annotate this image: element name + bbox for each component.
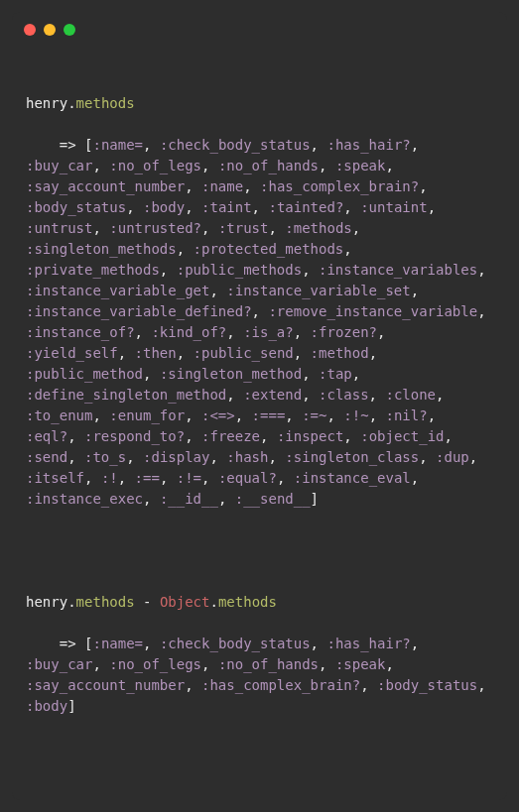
terminal-content: henry.methods => [:name=, :check_body_st…	[12, 44, 507, 752]
symbol: :to_enum	[26, 407, 92, 423]
comma: ,	[343, 199, 360, 215]
expression-1: henry.methods	[26, 93, 493, 114]
comma: ,	[185, 407, 201, 423]
symbol: :public_method	[26, 366, 143, 382]
symbol: :itself	[26, 470, 84, 486]
symbol: :freeze	[201, 428, 260, 444]
comma: ,	[160, 262, 177, 278]
comma: ,	[419, 449, 436, 465]
comma: ,	[294, 324, 311, 340]
symbol: :instance_exec	[26, 491, 143, 507]
symbol: :!~	[343, 407, 368, 423]
comma: ,	[277, 470, 294, 486]
symbol: :trust	[218, 220, 269, 236]
comma: ,	[226, 387, 243, 403]
output-2: => [:name=, :check_body_status, :has_hai…	[26, 636, 494, 714]
bracket-close: ]	[311, 491, 319, 507]
symbol: :no_of_legs	[109, 656, 201, 672]
comma: ,	[185, 428, 201, 444]
comma: ,	[185, 178, 201, 194]
symbol: :untaint	[360, 199, 427, 215]
symbol: :enum_for	[109, 407, 185, 423]
symbol: :taint	[201, 199, 252, 215]
comma: ,	[411, 636, 428, 651]
symbol: :__id__	[160, 491, 218, 507]
comma: ,	[436, 387, 453, 403]
symbol: :body	[26, 698, 67, 714]
comma: ,	[445, 428, 461, 444]
method-call: methods	[76, 95, 135, 111]
comma: ,	[343, 241, 360, 257]
comma: ,	[385, 656, 402, 672]
symbol: :==	[135, 470, 160, 486]
symbol: :private_methods	[26, 262, 160, 278]
symbol: :body_status	[377, 677, 477, 693]
symbol: :speak	[335, 158, 386, 174]
symbol: :no_of_legs	[109, 158, 201, 174]
symbol: :define_singleton_method	[26, 387, 226, 403]
symbol: :singleton_method	[160, 366, 302, 382]
comma: ,	[311, 636, 327, 651]
symbol: :kind_of?	[151, 324, 226, 340]
symbol: :has_complex_brain?	[260, 178, 419, 194]
comma: ,	[260, 428, 277, 444]
symbol: :then	[135, 345, 177, 361]
comma: ,	[319, 656, 335, 672]
symbol: :=~	[302, 407, 326, 423]
symbol: :untrust	[26, 220, 92, 236]
symbol: :remove_instance_variable	[268, 303, 477, 319]
minimize-icon[interactable]	[44, 24, 56, 36]
comma: ,	[352, 366, 369, 382]
comma: ,	[428, 407, 445, 423]
dot: .	[67, 95, 75, 111]
symbol: :to_s	[84, 449, 126, 465]
dot: .	[209, 594, 217, 610]
symbol: :tap	[319, 366, 352, 382]
symbol: :tainted?	[268, 199, 343, 215]
comma: ,	[143, 636, 160, 651]
symbol: :body_status	[26, 199, 126, 215]
comma: ,	[411, 470, 428, 486]
symbol: :no_of_hands	[218, 656, 319, 672]
symbol: :say_account_number	[26, 178, 185, 194]
symbol: :object_id	[360, 428, 444, 444]
comma: ,	[469, 449, 486, 465]
symbol: :singleton_methods	[26, 241, 177, 257]
symbol: :name=	[92, 137, 143, 153]
receiver: henry	[26, 594, 67, 610]
symbol: :public_send	[194, 345, 294, 361]
comma: ,	[92, 220, 109, 236]
comma: ,	[201, 158, 218, 174]
comma: ,	[477, 303, 494, 319]
comma: ,	[118, 345, 135, 361]
symbol: :instance_eval	[294, 470, 411, 486]
comma: ,	[360, 677, 377, 693]
comma: ,	[411, 137, 428, 153]
symbol: :instance_of?	[26, 324, 135, 340]
close-icon[interactable]	[24, 24, 36, 36]
symbol: :equal?	[218, 470, 277, 486]
method-call: methods	[218, 594, 277, 610]
comma: ,	[294, 345, 311, 361]
symbol: :send	[26, 449, 67, 465]
symbol: :name=	[92, 636, 143, 651]
symbol: :no_of_hands	[218, 158, 319, 174]
maximize-icon[interactable]	[64, 24, 75, 36]
comma: ,	[177, 241, 194, 257]
dot: .	[67, 594, 75, 610]
symbol: :nil?	[385, 407, 427, 423]
comma: ,	[326, 407, 343, 423]
comma: ,	[135, 324, 152, 340]
receiver: henry	[26, 95, 67, 111]
comma: ,	[268, 220, 285, 236]
comma: ,	[226, 324, 243, 340]
symbol: :instance_variables	[319, 262, 477, 278]
comma: ,	[319, 158, 335, 174]
symbol: :methods	[285, 220, 351, 236]
comma: ,	[92, 407, 109, 423]
comma: ,	[311, 137, 327, 153]
comma: ,	[118, 470, 135, 486]
comma: ,	[126, 449, 143, 465]
comma: ,	[143, 491, 160, 507]
symbol: :check_body_status	[160, 137, 311, 153]
